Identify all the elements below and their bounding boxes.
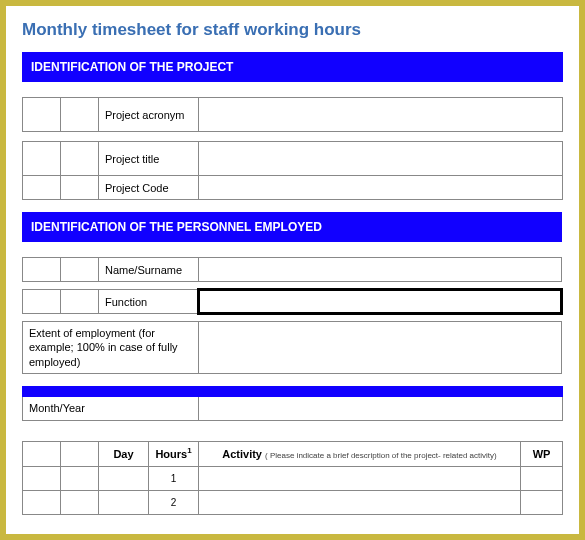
project-title-label: Project title — [99, 142, 199, 176]
function-value[interactable] — [199, 290, 562, 314]
cell-blank — [23, 466, 61, 490]
cell-blank — [23, 258, 61, 282]
cell-blank — [23, 490, 61, 514]
cell-blank — [61, 466, 99, 490]
day-header: Day — [99, 441, 149, 466]
month-year-value[interactable] — [199, 396, 563, 420]
project-title-value[interactable] — [199, 142, 563, 176]
activity-cell[interactable] — [199, 466, 521, 490]
personnel-table: IDENTIFICATION OF THE PERSONNEL EMPLOYED… — [22, 212, 563, 374]
cell-blank — [99, 466, 149, 490]
cell-blank — [61, 98, 99, 132]
project-acronym-value[interactable] — [199, 98, 563, 132]
project-code-value[interactable] — [199, 176, 563, 200]
cell-blank — [61, 176, 99, 200]
activity-header: Activity ( Please indicate a brief descr… — [199, 441, 521, 466]
project-table: IDENTIFICATION OF THE PROJECT Project ac… — [22, 52, 563, 200]
wp-header: WP — [521, 441, 563, 466]
period-table: Month/Year — [22, 386, 563, 421]
cell-blank — [61, 441, 99, 466]
cell-blank — [23, 441, 61, 466]
project-code-label: Project Code — [99, 176, 199, 200]
activity-cell[interactable] — [199, 490, 521, 514]
activity-subheader: ( Please indicate a brief description of… — [265, 451, 497, 460]
name-surname-value[interactable] — [199, 258, 562, 282]
extent-employment-value[interactable] — [199, 322, 562, 374]
cell-blank — [99, 490, 149, 514]
day-number: 2 — [149, 490, 199, 514]
page-title: Monthly timesheet for staff working hour… — [22, 20, 563, 40]
project-acronym-label: Project acronym — [99, 98, 199, 132]
day-number: 1 — [149, 466, 199, 490]
cell-blank — [61, 490, 99, 514]
cell-blank — [61, 290, 99, 314]
cell-blank — [23, 176, 61, 200]
function-label: Function — [99, 290, 199, 314]
cell-blank — [23, 290, 61, 314]
month-year-label: Month/Year — [23, 396, 199, 420]
cell-blank — [61, 142, 99, 176]
wp-cell[interactable] — [521, 466, 563, 490]
cell-blank — [23, 98, 61, 132]
cell-blank — [61, 258, 99, 282]
hours-table: Day Hours1 Activity ( Please indicate a … — [22, 441, 563, 515]
wp-cell[interactable] — [521, 490, 563, 514]
personnel-section-header: IDENTIFICATION OF THE PERSONNEL EMPLOYED — [23, 213, 562, 242]
extent-employment-label: Extent of employment (for example; 100% … — [23, 322, 199, 374]
cell-blank — [23, 142, 61, 176]
hours-header: Hours1 — [149, 441, 199, 466]
project-section-header: IDENTIFICATION OF THE PROJECT — [23, 53, 563, 82]
blue-divider — [23, 386, 563, 396]
name-surname-label: Name/Surname — [99, 258, 199, 282]
